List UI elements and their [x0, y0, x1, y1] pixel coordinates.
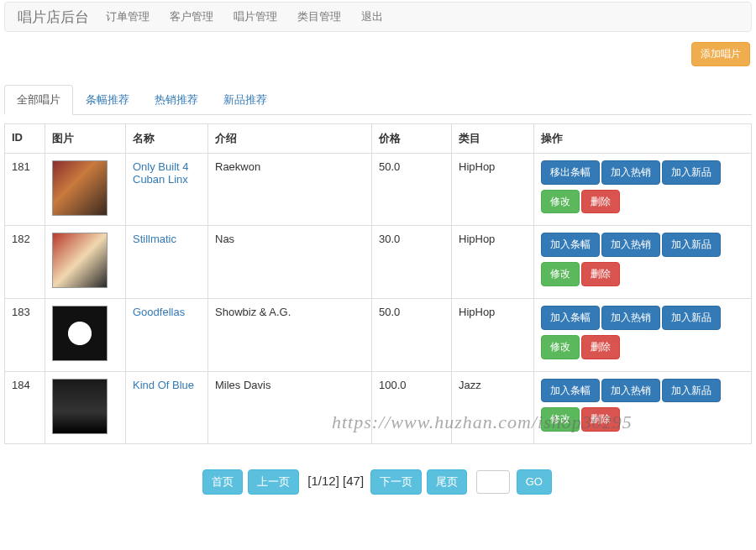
add-hot-button[interactable]: 加入热销	[601, 233, 660, 257]
page-number-input[interactable]	[476, 470, 510, 494]
table-row: 184Kind Of BlueMiles Davis100.0Jazz加入条幅加…	[5, 371, 752, 444]
cell-ops: 移出条幅加入热销加入新品修改删除	[534, 153, 752, 226]
cell-id: 184	[5, 371, 45, 444]
record-thumbnail[interactable]	[52, 379, 108, 434]
cell-cat: Jazz	[452, 371, 534, 444]
th-id: ID	[5, 123, 45, 153]
th-ops: 操作	[534, 123, 752, 153]
cell-price: 100.0	[372, 371, 452, 444]
record-thumbnail[interactable]	[52, 306, 108, 361]
cell-img	[45, 298, 126, 371]
add-new-button[interactable]: 加入新品	[662, 160, 721, 185]
cell-img	[45, 226, 126, 299]
edit-button[interactable]: 修改	[541, 407, 580, 432]
add-hot-button[interactable]: 加入热销	[601, 160, 660, 185]
cell-price: 30.0	[372, 226, 452, 299]
topbar: 添加唱片	[4, 32, 752, 78]
navbar-brand[interactable]: 唱片店后台	[18, 8, 89, 27]
th-intro: 介绍	[208, 123, 372, 153]
cell-name: Only Built 4 Cuban Linx	[126, 153, 208, 226]
tabs: 全部唱片 条幅推荐 热销推荐 新品推荐	[4, 85, 752, 115]
navbar: 唱片店后台 订单管理 客户管理 唱片管理 类目管理 退出	[4, 2, 752, 32]
page-go-button[interactable]: GO	[517, 469, 552, 495]
record-name-link[interactable]: Stillmatic	[133, 233, 176, 245]
cell-price: 50.0	[372, 298, 452, 371]
table-header-row: ID 图片 名称 介绍 价格 类目 操作	[5, 123, 752, 153]
nav-link-records[interactable]: 唱片管理	[234, 9, 277, 24]
record-name-link[interactable]: Goodfellas	[133, 306, 185, 318]
cell-img	[45, 371, 126, 444]
cell-name: Kind Of Blue	[126, 371, 208, 444]
table-row: 181Only Built 4 Cuban LinxRaekwon50.0Hip…	[5, 153, 752, 226]
page-last-button[interactable]: 尾页	[427, 469, 467, 495]
nav-link-customers[interactable]: 客户管理	[170, 9, 213, 24]
record-name-link[interactable]: Only Built 4 Cuban Linx	[133, 160, 188, 186]
banner-op-button[interactable]: 加入条幅	[541, 306, 600, 330]
banner-op-button[interactable]: 移出条幅	[541, 160, 600, 185]
edit-button[interactable]: 修改	[541, 262, 580, 286]
cell-id: 183	[5, 298, 45, 371]
th-name: 名称	[126, 123, 208, 153]
page-first-button[interactable]: 首页	[202, 469, 243, 495]
add-record-button[interactable]: 添加唱片	[691, 42, 750, 66]
tab-new[interactable]: 新品推荐	[211, 85, 280, 115]
nav-link-logout[interactable]: 退出	[361, 9, 383, 24]
delete-button[interactable]: 删除	[581, 262, 620, 286]
add-new-button[interactable]: 加入新品	[662, 233, 721, 257]
table-row: 182StillmaticNas30.0HipHop加入条幅加入热销加入新品修改…	[5, 226, 752, 299]
cell-intro: Nas	[208, 226, 372, 299]
nav-link-categories[interactable]: 类目管理	[297, 9, 341, 24]
table-row: 183GoodfellasShowbiz & A.G.50.0HipHop加入条…	[5, 298, 752, 371]
nav-link-orders[interactable]: 订单管理	[106, 9, 150, 24]
record-thumbnail[interactable]	[52, 160, 108, 216]
cell-cat: HipHop	[452, 226, 534, 299]
cell-id: 181	[5, 153, 45, 226]
cell-cat: HipHop	[452, 153, 534, 226]
add-hot-button[interactable]: 加入热销	[601, 306, 660, 330]
th-cat: 类目	[452, 123, 534, 153]
records-table: ID 图片 名称 介绍 价格 类目 操作 181Only Built 4 Cub…	[4, 123, 752, 444]
edit-button[interactable]: 修改	[541, 335, 580, 359]
th-img: 图片	[45, 123, 126, 153]
delete-button[interactable]: 删除	[581, 407, 620, 432]
delete-button[interactable]: 删除	[581, 335, 620, 359]
tab-all[interactable]: 全部唱片	[4, 85, 73, 115]
banner-op-button[interactable]: 加入条幅	[541, 379, 600, 403]
cell-price: 50.0	[372, 153, 452, 226]
cell-name: Goodfellas	[126, 298, 208, 371]
cell-id: 182	[5, 226, 45, 299]
record-name-link[interactable]: Kind Of Blue	[133, 379, 194, 391]
add-new-button[interactable]: 加入新品	[662, 306, 721, 330]
banner-op-button[interactable]: 加入条幅	[541, 233, 600, 257]
pagination: 首页 上一页 [1/12] [47] 下一页 尾页 GO	[4, 469, 752, 500]
edit-button[interactable]: 修改	[541, 190, 580, 214]
delete-button[interactable]: 删除	[581, 190, 620, 214]
record-thumbnail[interactable]	[52, 233, 108, 288]
page-prev-button[interactable]: 上一页	[248, 469, 299, 495]
tab-banner[interactable]: 条幅推荐	[73, 85, 142, 115]
cell-ops: 加入条幅加入热销加入新品修改删除	[534, 298, 752, 371]
cell-intro: Showbiz & A.G.	[208, 298, 372, 371]
page-info: [1/12] [47]	[307, 474, 364, 488]
cell-ops: 加入条幅加入热销加入新品修改删除	[534, 226, 752, 299]
cell-intro: Miles Davis	[208, 371, 372, 444]
cell-img	[45, 153, 126, 226]
add-hot-button[interactable]: 加入热销	[601, 379, 660, 403]
cell-name: Stillmatic	[126, 226, 208, 299]
cell-intro: Raekwon	[208, 153, 372, 226]
cell-ops: 加入条幅加入热销加入新品修改删除	[534, 371, 752, 444]
page-next-button[interactable]: 下一页	[370, 469, 422, 495]
th-price: 价格	[372, 123, 452, 153]
cell-cat: HipHop	[452, 298, 534, 371]
tab-hot[interactable]: 热销推荐	[142, 85, 211, 115]
add-new-button[interactable]: 加入新品	[662, 379, 721, 403]
